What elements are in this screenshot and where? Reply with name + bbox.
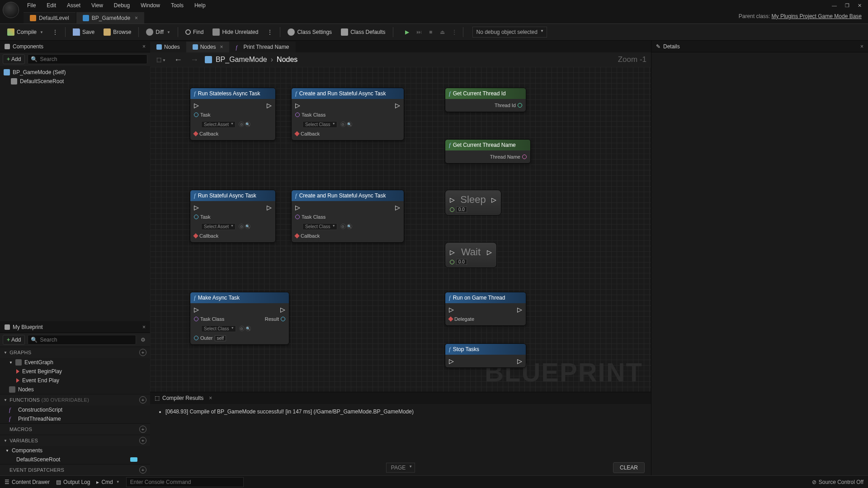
class-select[interactable]: Select Class xyxy=(302,223,337,230)
menu-asset[interactable]: Asset xyxy=(61,1,86,10)
save-button[interactable]: Save xyxy=(69,26,98,38)
value-input[interactable]: 0.0 xyxy=(456,206,467,212)
stop-button[interactable]: ■ xyxy=(426,27,436,37)
event-beginplay[interactable]: Event BeginPlay xyxy=(0,367,150,376)
close-tab-button[interactable]: × xyxy=(220,44,223,50)
delegate-pin[interactable] xyxy=(193,131,198,136)
event-endplay[interactable]: Event End Play xyxy=(0,376,150,385)
float-pin[interactable] xyxy=(450,260,454,264)
close-button[interactable]: ✕ xyxy=(858,3,862,9)
component-self[interactable]: BP_GameMode (Self) xyxy=(0,68,150,77)
class-pin[interactable] xyxy=(295,215,300,219)
diff-button[interactable]: Diff▼ xyxy=(142,26,174,38)
components-search-input[interactable] xyxy=(40,56,144,62)
function-constructionscript[interactable]: fConstructionScript xyxy=(0,405,150,414)
object-pin[interactable] xyxy=(194,113,198,117)
graph-eventgraph[interactable]: ▼EventGraph xyxy=(0,358,150,367)
compile-button[interactable]: Compile▼ xyxy=(4,26,47,38)
minimize-button[interactable]: — xyxy=(832,3,837,9)
node-create-run-stateful-2[interactable]: fCreate and Run Stateful Async Task ▷▷ T… xyxy=(291,190,404,243)
file-tab-bp-gamemode[interactable]: BP_GameMode × xyxy=(76,12,144,23)
string-pin[interactable] xyxy=(522,155,527,159)
menu-debug[interactable]: Debug xyxy=(108,1,135,10)
delegate-pin[interactable] xyxy=(448,316,453,321)
exec-in-pin[interactable]: ▷ xyxy=(449,306,454,313)
node-sleep[interactable]: ▷Sleep▷ 0.0 xyxy=(445,190,501,216)
source-control-button[interactable]: ⊘Source Control Off xyxy=(812,479,863,485)
add-variable-button[interactable]: + xyxy=(139,437,146,444)
console-input[interactable] xyxy=(126,477,244,487)
exec-in-pin[interactable]: ▷ xyxy=(449,357,454,365)
play-button[interactable]: ▶ xyxy=(402,27,412,37)
function-printthreadname[interactable]: fPrintThreadName xyxy=(0,414,150,423)
menu-file[interactable]: File xyxy=(22,1,41,10)
exec-out-pin[interactable]: ▷ xyxy=(267,204,272,211)
page-select[interactable]: PAGE xyxy=(386,463,415,473)
hide-unrelated-button[interactable]: Hide Unrelated xyxy=(209,26,262,38)
graph-nodes[interactable]: Nodes xyxy=(0,385,150,394)
graphs-section-header[interactable]: ▼GRAPHS+ xyxy=(0,347,150,358)
content-drawer-button[interactable]: ☰Content Drawer xyxy=(5,479,50,485)
component-scene-root[interactable]: DefaultSceneRoot xyxy=(0,77,150,86)
my-blueprint-tab[interactable]: My Blueprint × xyxy=(0,321,150,333)
components-search[interactable]: 🔍 xyxy=(28,54,147,64)
menu-tools[interactable]: Tools xyxy=(165,1,189,10)
debug-object-select[interactable]: No debug object selected xyxy=(472,27,547,38)
node-stop-tasks[interactable]: fStop Tasks ▷▷ xyxy=(445,343,526,368)
close-tab-button[interactable]: × xyxy=(135,15,138,21)
ue-logo-icon[interactable] xyxy=(3,2,19,18)
exec-in-pin[interactable]: ▷ xyxy=(194,204,199,211)
graph-tab-print-thread[interactable]: fPrint Thread Name xyxy=(229,42,295,52)
eject-button[interactable]: ⏏ xyxy=(438,27,448,37)
exec-out-pin[interactable]: ▷ xyxy=(267,102,272,109)
exec-in-pin[interactable]: ▷ xyxy=(194,306,199,313)
add-blueprint-button[interactable]: +Add xyxy=(3,335,25,345)
delegate-pin[interactable] xyxy=(294,131,299,136)
exec-in-pin[interactable]: ▷ xyxy=(295,102,300,109)
exec-out-pin[interactable]: ▷ xyxy=(487,246,492,258)
variables-components-group[interactable]: ▼Components xyxy=(0,446,150,455)
cmd-button[interactable]: ▸Cmd▼ xyxy=(96,479,119,485)
exec-out-pin[interactable]: ▷ xyxy=(517,306,522,313)
breadcrumb-root[interactable]: BP_GameMode xyxy=(216,56,267,64)
exec-out-pin[interactable]: ▷ xyxy=(395,204,400,211)
compile-options-button[interactable]: ⋮ xyxy=(49,27,61,38)
hide-options-button[interactable]: ⋮ xyxy=(264,27,276,38)
class-select[interactable]: Select Class xyxy=(201,325,236,332)
blueprint-settings-button[interactable]: ⚙ xyxy=(139,337,147,343)
self-value[interactable]: self xyxy=(215,335,226,341)
play-options-button[interactable]: ⋮ xyxy=(449,27,459,37)
object-out-pin[interactable] xyxy=(281,317,285,321)
delegate-pin[interactable] xyxy=(193,233,198,238)
graph-tab-nodes-1[interactable]: Nodes xyxy=(150,42,186,52)
exec-out-pin[interactable]: ▷ xyxy=(517,357,522,365)
exec-out-pin[interactable]: ▷ xyxy=(491,194,496,206)
dispatchers-section-header[interactable]: EVENT DISPATCHERS+ xyxy=(0,465,150,475)
file-tab-defaultlevel[interactable]: DefaultLevel xyxy=(24,12,75,23)
node-get-thread-id[interactable]: fGet Current Thread Id Thread Id xyxy=(445,88,526,112)
value-input[interactable]: 0.0 xyxy=(456,259,467,265)
exec-in-pin[interactable]: ▷ xyxy=(450,194,455,206)
details-panel-tab[interactable]: ✎ Details × xyxy=(651,41,868,52)
class-pin[interactable] xyxy=(194,317,198,321)
int-pin[interactable] xyxy=(518,103,522,108)
close-panel-button[interactable]: × xyxy=(860,43,863,50)
class-settings-button[interactable]: Class Settings xyxy=(284,26,335,38)
add-dispatcher-button[interactable]: + xyxy=(139,466,146,474)
exec-out-pin[interactable]: ▷ xyxy=(280,306,285,313)
float-pin[interactable] xyxy=(450,207,454,212)
close-panel-button[interactable]: × xyxy=(209,395,212,401)
blueprint-search-input[interactable] xyxy=(40,337,133,343)
object-pin[interactable] xyxy=(194,215,198,219)
node-run-on-game-thread[interactable]: fRun on Game Thread ▷▷ Delegate xyxy=(445,292,526,326)
menu-help[interactable]: Help xyxy=(189,1,211,10)
clear-button[interactable]: CLEAR xyxy=(613,462,645,473)
add-function-button[interactable]: + xyxy=(139,396,146,404)
node-run-stateful-async[interactable]: fRun Stateful Async Task ▷▷ Task Select … xyxy=(190,190,276,243)
variables-section-header[interactable]: ▼VARIABLES+ xyxy=(0,435,150,446)
graph-menu-button[interactable]: ⬚▼ xyxy=(155,56,168,64)
output-log-button[interactable]: ▤Output Log xyxy=(56,479,90,485)
variable-defaultsceneroot[interactable]: DefaultSceneRoot xyxy=(0,455,150,464)
class-defaults-button[interactable]: Class Defaults xyxy=(337,26,389,38)
node-create-run-stateful-1[interactable]: fCreate and Run Stateful Async Task ▷▷ T… xyxy=(291,88,404,141)
